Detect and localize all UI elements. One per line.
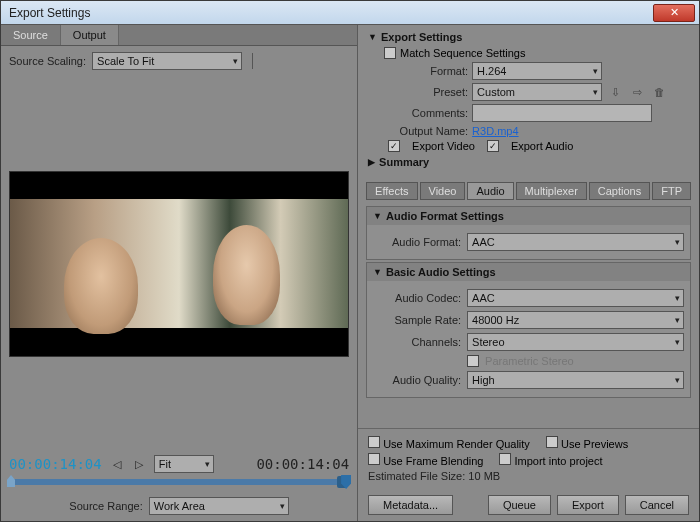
- delete-preset-icon[interactable]: 🗑: [650, 84, 668, 100]
- output-name-label: Output Name:: [368, 125, 468, 137]
- save-preset-icon[interactable]: ⇩: [606, 84, 624, 100]
- tab-captions[interactable]: Captions: [589, 182, 650, 200]
- frame-blending-checkbox[interactable]: [368, 453, 380, 465]
- divider: [252, 53, 253, 69]
- window-title: Export Settings: [5, 6, 653, 20]
- audio-format-panel: ▼Audio Format Settings Audio Format:AAC: [366, 206, 691, 260]
- preset-label: Preset:: [368, 86, 468, 98]
- format-select[interactable]: H.264: [472, 62, 602, 80]
- close-button[interactable]: ✕: [653, 4, 695, 22]
- channels-label: Channels:: [373, 336, 461, 348]
- summary-header[interactable]: ▶Summary: [368, 156, 689, 168]
- export-video-label: Export Video: [412, 140, 475, 152]
- parametric-stereo-checkbox: [467, 355, 479, 367]
- right-scroll[interactable]: ▼Export Settings Match Sequence Settings…: [358, 25, 699, 428]
- queue-button[interactable]: Queue: [488, 495, 551, 515]
- use-previews-label: Use Previews: [561, 438, 628, 450]
- cancel-button[interactable]: Cancel: [625, 495, 689, 515]
- right-panel: ▼Export Settings Match Sequence Settings…: [358, 25, 699, 521]
- export-button[interactable]: Export: [557, 495, 619, 515]
- audio-format-label: Audio Format:: [373, 236, 461, 248]
- source-scaling-row: Source Scaling: Scale To Fit: [1, 46, 357, 76]
- dialog-body: Source Output Source Scaling: Scale To F…: [1, 25, 699, 521]
- bottom-options: Use Maximum Render Quality Use Previews …: [358, 428, 699, 489]
- timeline-slider[interactable]: [9, 479, 349, 485]
- timecode-left[interactable]: 00:00:14:04: [9, 456, 102, 472]
- output-name-link[interactable]: R3D.mp4: [472, 125, 518, 137]
- step-fwd-icon[interactable]: ▷: [132, 457, 146, 471]
- import-project-checkbox[interactable]: [499, 453, 511, 465]
- source-range-select[interactable]: Work Area: [149, 497, 289, 515]
- preset-select[interactable]: Custom: [472, 83, 602, 101]
- preview-area: [1, 76, 357, 451]
- basic-audio-header[interactable]: ▼Basic Audio Settings: [367, 263, 690, 281]
- max-render-quality-checkbox[interactable]: [368, 436, 380, 448]
- import-project-label: Import into project: [515, 455, 603, 467]
- basic-audio-panel: ▼Basic Audio Settings Audio Codec:AAC Sa…: [366, 262, 691, 398]
- export-audio-label: Export Audio: [511, 140, 573, 152]
- timecode-right: 00:00:14:04: [256, 456, 349, 472]
- source-scaling-select[interactable]: Scale To Fit: [92, 52, 242, 70]
- audio-codec-label: Audio Codec:: [373, 292, 461, 304]
- source-range-row: Source Range: Work Area: [1, 491, 357, 521]
- use-previews-checkbox[interactable]: [546, 436, 558, 448]
- time-bar: 00:00:14:04 ◁ ▷ Fit 00:00:14:04: [1, 451, 357, 477]
- metadata-button[interactable]: Metadata...: [368, 495, 453, 515]
- tab-multiplexer[interactable]: Multiplexer: [516, 182, 587, 200]
- comments-label: Comments:: [368, 107, 468, 119]
- timeline-row: [1, 477, 357, 491]
- export-video-checkbox[interactable]: [388, 140, 400, 152]
- export-audio-checkbox[interactable]: [487, 140, 499, 152]
- settings-tabs: Effects Video Audio Multiplexer Captions…: [358, 178, 699, 204]
- sample-rate-select[interactable]: 48000 Hz: [467, 311, 684, 329]
- export-settings-header[interactable]: ▼Export Settings: [368, 31, 689, 43]
- audio-codec-select[interactable]: AAC: [467, 289, 684, 307]
- export-settings-section: ▼Export Settings Match Sequence Settings…: [358, 25, 699, 178]
- preview-image: [10, 199, 348, 328]
- audio-quality-label: Audio Quality:: [373, 374, 461, 386]
- match-sequence-label: Match Sequence Settings: [400, 47, 525, 59]
- tab-effects[interactable]: Effects: [366, 182, 417, 200]
- max-render-quality-label: Use Maximum Render Quality: [383, 438, 530, 450]
- export-settings-dialog: Export Settings ✕ Source Output Source S…: [0, 0, 700, 522]
- match-sequence-checkbox[interactable]: [384, 47, 396, 59]
- audio-quality-select[interactable]: High: [467, 371, 684, 389]
- chevron-down-icon: ▼: [373, 211, 382, 221]
- tab-video[interactable]: Video: [420, 182, 466, 200]
- tab-output[interactable]: Output: [61, 25, 119, 45]
- step-back-icon[interactable]: ◁: [110, 457, 124, 471]
- frame-blending-label: Use Frame Blending: [383, 455, 483, 467]
- comments-input[interactable]: [472, 104, 652, 122]
- titlebar: Export Settings ✕: [1, 1, 699, 25]
- audio-format-header[interactable]: ▼Audio Format Settings: [367, 207, 690, 225]
- preview-frame[interactable]: [9, 171, 349, 357]
- format-label: Format:: [368, 65, 468, 77]
- source-scaling-label: Source Scaling:: [9, 55, 86, 67]
- parametric-stereo-label: Parametric Stereo: [485, 355, 574, 367]
- chevron-right-icon: ▶: [368, 157, 375, 167]
- tab-source[interactable]: Source: [1, 25, 61, 45]
- channels-select[interactable]: Stereo: [467, 333, 684, 351]
- tab-audio[interactable]: Audio: [467, 182, 513, 200]
- sample-rate-label: Sample Rate:: [373, 314, 461, 326]
- left-panel: Source Output Source Scaling: Scale To F…: [1, 25, 358, 521]
- estimated-size-label: Estimated File Size: 10 MB: [368, 470, 689, 482]
- source-range-label: Source Range:: [69, 500, 142, 512]
- zoom-select[interactable]: Fit: [154, 455, 214, 473]
- chevron-down-icon: ▼: [373, 267, 382, 277]
- match-sequence-row: Match Sequence Settings: [368, 47, 689, 59]
- in-point-handle[interactable]: [7, 475, 15, 487]
- import-preset-icon[interactable]: ⇨: [628, 84, 646, 100]
- button-row: Metadata... Queue Export Cancel: [358, 489, 699, 521]
- chevron-down-icon: ▼: [368, 32, 377, 42]
- audio-format-select[interactable]: AAC: [467, 233, 684, 251]
- tab-ftp[interactable]: FTP: [652, 182, 691, 200]
- left-tabs: Source Output: [1, 25, 357, 46]
